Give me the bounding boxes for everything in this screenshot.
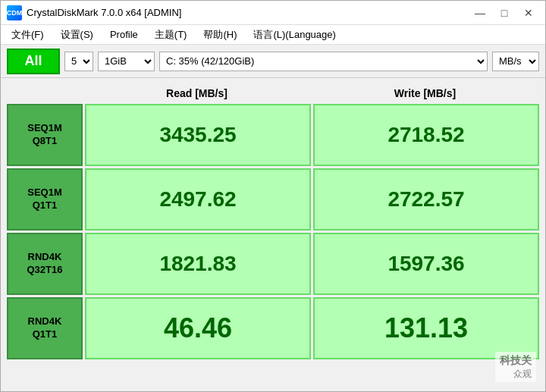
- row-label-rnd4k-q1t1: RND4K Q1T1: [7, 297, 83, 359]
- watermark: 科技关 众观: [495, 352, 536, 382]
- row-seq1m-q1t1-read: 2497.62: [85, 168, 311, 230]
- table-header: Read [MB/s] Write [MB/s]: [7, 83, 539, 104]
- menu-file[interactable]: 文件(F): [4, 27, 52, 43]
- window-controls: — □ ✕: [469, 5, 539, 21]
- menu-bar: 文件(F) 设置(S) Profile 主题(T) 帮助(H) 语言(L)(La…: [1, 25, 545, 45]
- table-row: SEQ1M Q8T1 3435.25 2718.52: [7, 104, 539, 166]
- title-bar: CDM CrystalDiskMark 7.0.0 x64 [ADMIN] — …: [1, 1, 545, 25]
- close-button[interactable]: ✕: [518, 5, 539, 21]
- unit-select[interactable]: MB/s GB/s IOPS μs: [492, 52, 539, 71]
- row-label-seq1m-q8t1: SEQ1M Q8T1: [7, 104, 83, 166]
- row-seq1m-q8t1-write: 2718.52: [313, 104, 539, 166]
- row-label-seq1m-q1t1: SEQ1M Q1T1: [7, 168, 83, 230]
- size-select[interactable]: 1GiB 512MiB 2GiB 4GiB: [98, 52, 155, 71]
- toolbar: All 5 1 3 9 1GiB 512MiB 2GiB 4GiB C: 35%…: [1, 45, 545, 78]
- window-title: CrystalDiskMark 7.0.0 x64 [ADMIN]: [27, 7, 469, 18]
- menu-help[interactable]: 帮助(H): [196, 27, 244, 43]
- minimize-button[interactable]: —: [469, 5, 491, 21]
- menu-profile[interactable]: Profile: [102, 27, 146, 43]
- row-rnd4k-q32t16-read: 1821.83: [85, 233, 311, 295]
- row-label-rnd4k-q32t16: RND4K Q32T16: [7, 233, 83, 295]
- row-rnd4k-q1t1-write: 131.13: [313, 297, 539, 359]
- app-icon: CDM: [7, 5, 22, 20]
- table-row: RND4K Q32T16 1821.83 1597.36: [7, 233, 539, 295]
- table-row: RND4K Q1T1 46.46 131.13: [7, 297, 539, 359]
- maximize-button[interactable]: □: [494, 5, 515, 21]
- row-rnd4k-q32t16-write: 1597.36: [313, 233, 539, 295]
- count-select[interactable]: 5 1 3 9: [64, 52, 93, 71]
- menu-language[interactable]: 语言(L)(Language): [246, 27, 343, 43]
- row-rnd4k-q1t1-read: 46.46: [85, 297, 311, 359]
- drive-select[interactable]: C: 35% (42/120GiB): [159, 52, 488, 71]
- col-read-header: Read [MB/s]: [83, 87, 311, 99]
- all-button[interactable]: All: [7, 49, 60, 74]
- col-write-header: Write [MB/s]: [311, 87, 539, 99]
- menu-settings[interactable]: 设置(S): [53, 27, 101, 43]
- row-seq1m-q8t1-read: 3435.25: [85, 104, 311, 166]
- main-window: CDM CrystalDiskMark 7.0.0 x64 [ADMIN] — …: [0, 0, 546, 392]
- main-content: Read [MB/s] Write [MB/s] SEQ1M Q8T1 3435…: [1, 78, 545, 391]
- row-seq1m-q1t1-write: 2722.57: [313, 168, 539, 230]
- table-row: SEQ1M Q1T1 2497.62 2722.57: [7, 168, 539, 230]
- menu-theme[interactable]: 主题(T): [147, 27, 195, 43]
